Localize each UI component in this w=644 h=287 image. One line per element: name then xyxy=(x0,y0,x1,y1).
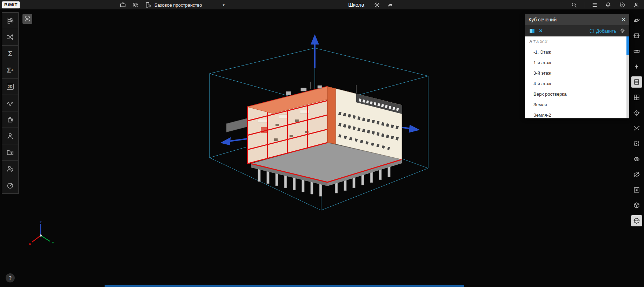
briefcase-button[interactable] xyxy=(119,1,127,9)
storey-group-header: ЭТАЖИ xyxy=(525,36,629,47)
panel-close-button[interactable]: × xyxy=(622,16,625,23)
activity-gauge-button[interactable] xyxy=(2,177,19,194)
settings-gear-button[interactable] xyxy=(373,1,381,9)
notifications-button[interactable] xyxy=(604,1,612,9)
section-box-mode-icon[interactable] xyxy=(529,27,536,34)
corner-tower xyxy=(327,87,336,144)
bell-icon xyxy=(605,2,611,8)
eye-icon xyxy=(633,156,640,163)
profile-icon xyxy=(633,2,639,8)
team-button[interactable] xyxy=(131,1,140,9)
storey-item[interactable]: -1. Этаж xyxy=(525,47,629,57)
axes-cross-icon xyxy=(633,125,640,132)
project-title: Школа xyxy=(335,0,377,10)
workspace-dropdown[interactable]: Базовое пространство ▾ xyxy=(154,0,225,10)
help-button[interactable]: ? xyxy=(6,273,15,282)
add-section-button[interactable]: Добавить xyxy=(589,28,616,34)
folder-share-icon xyxy=(6,149,14,156)
axis-gizmo[interactable]: Z X Y xyxy=(27,220,57,250)
panel-scrollbar-thumb[interactable] xyxy=(626,36,629,55)
selection-box-button[interactable] xyxy=(631,138,642,149)
lightning-icon xyxy=(633,63,640,70)
settings-gear-icon xyxy=(374,2,380,8)
panel-title: Куб сечений xyxy=(529,17,557,22)
workspace-dropdown-label: Базовое пространство xyxy=(154,2,202,8)
left-toolbar: Σ Σ+ 2D xyxy=(2,13,19,194)
eye-off-icon xyxy=(633,171,640,178)
storey-item-label: 1-й этаж xyxy=(533,60,551,65)
topbar-left-tools xyxy=(119,0,152,10)
app-logo[interactable]: BiMiT xyxy=(2,1,20,8)
storey-item[interactable]: 4-й этаж xyxy=(525,78,629,89)
annex-block xyxy=(226,118,248,132)
charts-button[interactable] xyxy=(2,95,19,111)
sum-add-button[interactable]: Σ+ xyxy=(2,62,19,78)
ruler-icon xyxy=(633,48,640,55)
selection-box-icon xyxy=(633,140,640,147)
users-button[interactable] xyxy=(2,128,19,144)
share-button[interactable] xyxy=(386,1,394,9)
grid-button[interactable] xyxy=(631,92,642,103)
storey-item-label: 3-й этаж xyxy=(533,70,551,76)
storey-item[interactable]: 3-й этаж xyxy=(525,68,629,78)
measure-button[interactable] xyxy=(631,46,642,57)
hide-selected-button[interactable] xyxy=(631,169,642,180)
storey-item-label: -1. Этаж xyxy=(533,49,551,55)
shared-folder-button[interactable] xyxy=(2,144,19,161)
horizontal-scrollbar[interactable] xyxy=(105,285,464,287)
storey-item[interactable]: Верх ростверка xyxy=(525,89,629,100)
section-cube-icon xyxy=(633,217,640,224)
viewport-capture-icon xyxy=(24,16,31,22)
model-structure-icon xyxy=(6,17,14,25)
section-cube-button[interactable] xyxy=(631,215,642,226)
topbar-divider xyxy=(584,2,584,8)
storey-item-label: 4-й этаж xyxy=(533,81,551,86)
sum-button[interactable]: Σ xyxy=(2,45,19,62)
section-plane-button[interactable] xyxy=(631,30,642,41)
drawings-2d-button[interactable]: 2D xyxy=(2,78,19,95)
show-all-button[interactable] xyxy=(631,153,642,165)
panel-settings-gear-icon[interactable] xyxy=(620,28,625,34)
focus-target-button[interactable] xyxy=(631,107,642,118)
panel-titlebar: Куб сечений × xyxy=(525,14,629,25)
storey-item-label: Земля xyxy=(533,102,547,107)
storey-item[interactable]: Земля-2 xyxy=(525,110,629,118)
orbit-icon xyxy=(633,17,640,24)
gizmo-origin xyxy=(40,234,42,237)
plugins-button[interactable] xyxy=(2,111,19,128)
connections-button[interactable] xyxy=(2,29,19,46)
circle-plus-icon xyxy=(589,28,595,34)
storeys-button[interactable] xyxy=(631,76,642,88)
search-button[interactable] xyxy=(570,1,578,9)
help-glyph: ? xyxy=(9,275,12,281)
storey-item[interactable]: Земля xyxy=(525,100,629,110)
delete-selection-button[interactable] xyxy=(631,184,642,196)
right-toolbar xyxy=(630,15,643,226)
storeys-icon xyxy=(633,78,640,86)
storey-item[interactable]: 1-й этаж xyxy=(525,57,629,68)
orbit-button[interactable] xyxy=(631,15,642,26)
panel-scrollbar-track[interactable] xyxy=(626,36,629,118)
puzzle-icon xyxy=(6,116,14,123)
gauge-icon xyxy=(6,182,14,189)
storey-item-label: Верх ростверка xyxy=(533,91,566,97)
clear-sections-button[interactable]: × xyxy=(539,27,543,34)
user-location-button[interactable] xyxy=(2,160,19,177)
profile-button[interactable] xyxy=(632,1,640,9)
axis-arrow-up xyxy=(312,36,318,68)
cube-view-button[interactable] xyxy=(631,200,642,211)
grid-icon xyxy=(633,94,640,101)
share-icon xyxy=(387,2,393,8)
history-button[interactable] xyxy=(618,1,626,9)
history-doc-button[interactable] xyxy=(144,1,152,9)
target-icon xyxy=(633,109,640,116)
clip-axes-button[interactable] xyxy=(631,123,642,134)
list-button[interactable] xyxy=(590,1,598,9)
panel-toolbar: × Добавить xyxy=(525,25,629,36)
sigma-icon: Σ xyxy=(7,67,11,74)
clash-button[interactable] xyxy=(631,61,642,72)
history-doc-icon xyxy=(145,2,151,8)
model-structure-button[interactable] xyxy=(2,12,19,29)
viewport-capture-button[interactable] xyxy=(22,14,32,24)
building-3d-model xyxy=(205,33,437,219)
